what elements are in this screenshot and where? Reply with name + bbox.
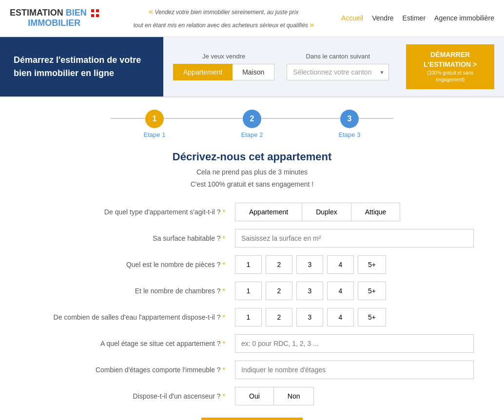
nav-accueil[interactable]: Accueil bbox=[341, 14, 363, 22]
start-estimate-button[interactable]: DÉMARRER L'ESTIMATION > (100% gratuit et… bbox=[406, 44, 494, 89]
logo-line1: ESTIMATION BIEN bbox=[10, 8, 99, 19]
field-ascenseur: Dispose-t-il d'un ascenseur ? * Oui Non bbox=[30, 387, 474, 405]
field-niveaux-label: Combien d'étages comporte l'immeuble ? * bbox=[30, 366, 235, 374]
form-subtitle-1: Cela ne prend pas plus de 3 minutes bbox=[30, 166, 474, 178]
field-pieces: Quel est le nombre de pièces ? * 1 2 3 4… bbox=[30, 255, 474, 274]
canton-group: Dans le canton suivant Sélectionnez votr… bbox=[287, 53, 389, 80]
field-salles: De combien de salles d'eau l'appartement… bbox=[30, 308, 474, 326]
niveaux-input[interactable] bbox=[235, 361, 474, 379]
field-etage-label: A quel étage se situe cet appartement ? … bbox=[30, 340, 235, 347]
step-3-circle: 3 bbox=[340, 110, 359, 128]
type-attique-btn[interactable]: Attique bbox=[351, 203, 401, 221]
sell-label: Je veux vendre bbox=[202, 53, 245, 60]
field-pieces-label: Quel est le nombre de pièces ? * bbox=[30, 261, 235, 268]
tagline: « Vendez votre bien immobilier sereineme… bbox=[106, 5, 341, 31]
step-2: 2 Etape 2 bbox=[203, 110, 301, 138]
pieces-4-btn[interactable]: 4 bbox=[327, 255, 354, 274]
sell-type-group: Je veux vendre Appartement Maison bbox=[173, 53, 274, 80]
chambres-5plus-btn[interactable]: 5+ bbox=[358, 282, 386, 300]
form-subtitle-2: C'est 100% gratuit et sans engagement ! bbox=[30, 178, 474, 191]
property-type-buttons: Appartement Maison bbox=[173, 64, 274, 80]
type-duplex-btn[interactable]: Duplex bbox=[302, 203, 351, 221]
main-nav: Accueil Vendre Estimer Agence immobilièr… bbox=[341, 14, 494, 22]
header: ESTIMATION BIEN IMMOBILIER « Vendez votr… bbox=[0, 0, 504, 37]
btn-maison[interactable]: Maison bbox=[233, 64, 274, 80]
field-chambres-label: Et le nombre de chambres ? * bbox=[30, 287, 235, 295]
salles-button-group: 1 2 3 4 5+ bbox=[235, 308, 386, 326]
surface-input[interactable] bbox=[235, 229, 474, 248]
pieces-5plus-btn[interactable]: 5+ bbox=[358, 255, 386, 274]
logo-area: ESTIMATION BIEN IMMOBILIER bbox=[10, 8, 99, 29]
ascenseur-non-btn[interactable]: Non bbox=[274, 387, 314, 405]
salles-2-btn[interactable]: 2 bbox=[266, 308, 292, 326]
step-3: 3 Etape 3 bbox=[301, 110, 398, 138]
canton-select[interactable]: Sélectionnez votre canton ... bbox=[287, 64, 389, 80]
ascenseur-oui-btn[interactable]: Oui bbox=[235, 387, 274, 405]
nav-agence[interactable]: Agence immobilière bbox=[434, 14, 494, 22]
steps-container: 1 Etape 1 2 Etape 2 3 Etape 3 bbox=[0, 97, 504, 146]
chambres-1-btn[interactable]: 1 bbox=[235, 282, 262, 300]
pieces-3-btn[interactable]: 3 bbox=[296, 255, 323, 274]
canton-label: Dans le canton suivant bbox=[306, 53, 370, 60]
chambres-3-btn[interactable]: 3 bbox=[296, 282, 323, 300]
niveaux-input-wrapper bbox=[235, 361, 474, 379]
submit-row: SUIVANT > bbox=[30, 418, 474, 420]
chambres-button-group: 1 2 3 4 5+ bbox=[235, 282, 386, 300]
salles-5plus-btn[interactable]: 5+ bbox=[358, 308, 386, 326]
pieces-2-btn[interactable]: 2 bbox=[266, 255, 292, 274]
logo-line2: IMMOBILIER bbox=[10, 18, 99, 28]
btn-appartement[interactable]: Appartement bbox=[173, 64, 233, 80]
etage-input[interactable] bbox=[235, 334, 474, 353]
salles-1-btn[interactable]: 1 bbox=[235, 308, 262, 326]
tagline-close-quote: » bbox=[310, 20, 314, 29]
field-salles-label: De combien de salles d'eau l'appartement… bbox=[30, 313, 235, 321]
step-3-label: Etape 3 bbox=[339, 131, 361, 138]
field-surface-label: Sa surface habitable ? * bbox=[30, 234, 235, 242]
tagline-open-quote: « bbox=[149, 7, 153, 16]
etage-input-wrapper bbox=[235, 334, 474, 353]
field-niveaux: Combien d'étages comporte l'immeuble ? * bbox=[30, 361, 474, 379]
field-chambres: Et le nombre de chambres ? * 1 2 3 4 5+ bbox=[30, 282, 474, 300]
field-etage: A quel étage se situe cet appartement ? … bbox=[30, 334, 474, 353]
salles-3-btn[interactable]: 3 bbox=[296, 308, 323, 326]
banner-controls: Je veux vendre Appartement Maison Dans l… bbox=[163, 37, 504, 96]
type-appartement-btn[interactable]: Appartement bbox=[235, 203, 302, 221]
field-type-label: De quel type d'appartement s'agit-t-il ?… bbox=[30, 208, 235, 216]
pieces-button-group: 1 2 3 4 5+ bbox=[235, 255, 386, 274]
step-2-circle: 2 bbox=[243, 110, 261, 128]
step-1-circle: 1 bbox=[145, 110, 164, 128]
banner: Démarrez l'estimation de votre bien immo… bbox=[0, 37, 504, 97]
field-surface: Sa surface habitable ? * bbox=[30, 229, 474, 248]
salles-4-btn[interactable]: 4 bbox=[327, 308, 354, 326]
step-1-label: Etape 1 bbox=[144, 131, 166, 138]
nav-vendre[interactable]: Vendre bbox=[372, 14, 393, 22]
pieces-1-btn[interactable]: 1 bbox=[235, 255, 262, 274]
main-form-area: Décrivez-nous cet appartement Cela ne pr… bbox=[20, 146, 484, 420]
type-button-group: Appartement Duplex Attique bbox=[235, 203, 400, 221]
surface-input-wrapper bbox=[235, 229, 474, 248]
field-ascenseur-label: Dispose-t-il d'un ascenseur ? * bbox=[30, 392, 235, 400]
step-1: 1 Etape 1 bbox=[106, 110, 203, 138]
field-type: De quel type d'appartement s'agit-t-il ?… bbox=[30, 203, 474, 221]
nav-estimer[interactable]: Estimer bbox=[403, 14, 426, 22]
ascenseur-button-group: Oui Non bbox=[235, 387, 314, 405]
form-title: Décrivez-nous cet appartement bbox=[30, 151, 474, 163]
chambres-2-btn[interactable]: 2 bbox=[266, 282, 292, 300]
step-2-label: Etape 2 bbox=[241, 131, 263, 138]
chambres-4-btn[interactable]: 4 bbox=[327, 282, 354, 300]
banner-title: Démarrez l'estimation de votre bien immo… bbox=[0, 37, 163, 96]
submit-button[interactable]: SUIVANT > bbox=[201, 418, 302, 420]
